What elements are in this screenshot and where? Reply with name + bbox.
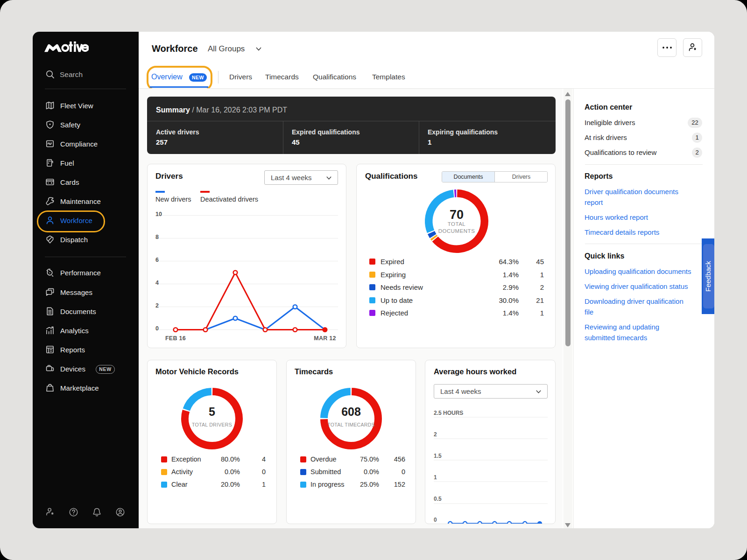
svg-text:2: 2	[155, 302, 159, 309]
svg-text:0.5: 0.5	[434, 496, 442, 502]
svg-text:1.5: 1.5	[434, 453, 442, 459]
svg-text:FEB 16: FEB 16	[165, 335, 186, 342]
svg-text:1: 1	[434, 474, 437, 481]
svg-text:6: 6	[155, 257, 159, 263]
svg-text:2.5 HOURS: 2.5 HOURS	[434, 410, 463, 416]
svg-text:8: 8	[155, 234, 159, 240]
svg-text:MAR 12: MAR 12	[314, 335, 336, 342]
svg-text:4: 4	[155, 280, 159, 286]
svg-text:10: 10	[155, 211, 162, 217]
svg-text:0: 0	[434, 517, 437, 523]
svg-text:0: 0	[155, 325, 159, 332]
svg-text:2: 2	[434, 431, 437, 438]
